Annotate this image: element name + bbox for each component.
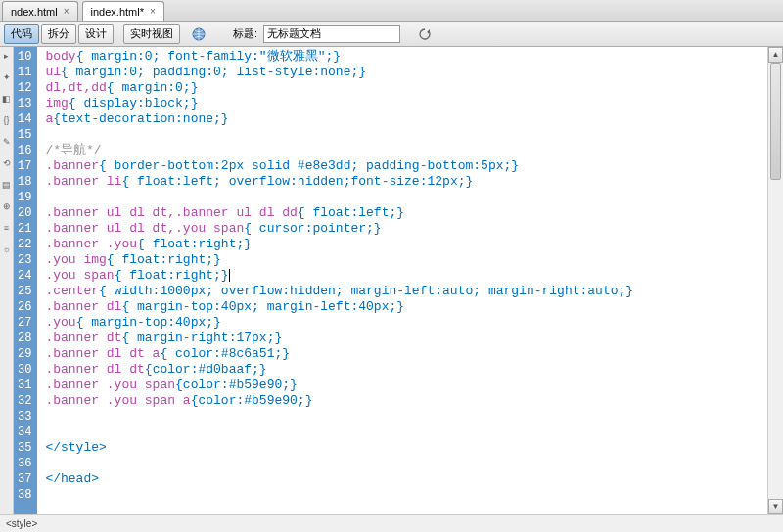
tab-index-html[interactable]: index.html* × [82,1,164,21]
line-number-gutter: 1011121314151617181920212223242526272829… [14,47,37,514]
editor-area: ▸ ✦ ◧ {} ✎ ⟲ ▤ ⊕ ≡ ☼ 1011121314151617181… [0,47,783,514]
tab-label: ndex.html [11,6,58,18]
live-view-button[interactable]: 实时视图 [123,24,180,44]
view-code-button[interactable]: 代码 [4,24,39,44]
left-tool-gutter: ▸ ✦ ◧ {} ✎ ⟲ ▤ ⊕ ≡ ☼ [0,47,14,514]
toolbar: 代码 拆分 设计 实时视图 标题: [0,22,783,47]
vertical-scrollbar[interactable]: ▲ ▼ [767,47,783,514]
tab-label: index.html* [91,6,144,18]
gutter-icon[interactable]: ▸ [2,51,12,61]
scroll-up-arrow-icon[interactable]: ▲ [768,47,783,63]
gutter-icon[interactable]: ◧ [2,94,12,104]
status-breadcrumb: <style> [6,518,37,529]
scrollbar-thumb[interactable] [770,63,781,180]
gutter-icon[interactable]: ≡ [2,223,12,233]
title-label: 标题: [233,26,257,41]
gutter-icon[interactable]: {} [2,115,12,125]
close-icon[interactable]: × [150,6,156,17]
view-design-button[interactable]: 设计 [78,24,114,44]
refresh-icon[interactable] [416,25,434,43]
document-tabs: ndex.html × index.html* × [0,0,783,22]
gutter-icon[interactable]: ▤ [2,180,12,190]
status-bar: <style> [0,514,783,532]
gutter-icon[interactable]: ✦ [2,72,12,82]
gutter-icon[interactable]: ✎ [2,137,12,147]
gutter-icon[interactable]: ☼ [2,244,12,254]
code-text[interactable]: body{ margin:0; font-family:"微软雅黑";}ul{ … [37,47,783,514]
gutter-icon[interactable]: ⊕ [2,201,12,211]
scroll-down-arrow-icon[interactable]: ▼ [768,499,783,514]
scrollbar-track[interactable] [768,63,783,499]
view-split-button[interactable]: 拆分 [41,24,76,44]
tab-ndex-html[interactable]: ndex.html × [2,1,78,21]
code-container[interactable]: 1011121314151617181920212223242526272829… [14,47,783,514]
document-title-input[interactable] [263,25,400,43]
editor-window: ndex.html × index.html* × 代码 拆分 设计 实时视图 … [0,0,783,532]
globe-icon[interactable] [190,25,207,43]
close-icon[interactable]: × [64,6,69,17]
gutter-icon[interactable]: ⟲ [2,158,12,168]
